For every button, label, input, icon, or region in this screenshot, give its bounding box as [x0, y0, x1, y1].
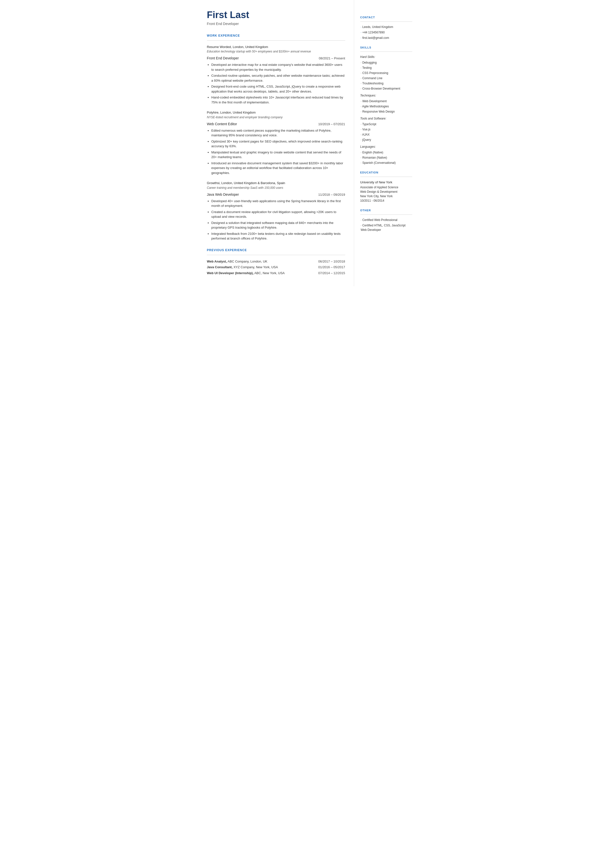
job-title-3: Java Web Developer [207, 192, 239, 197]
edu-dates-1: 10/2011 - 06/2014 [360, 199, 412, 203]
skill-english: English (Native) [360, 150, 412, 155]
bullet-2-1: Edited numerous web content pieces suppo… [211, 128, 345, 138]
job-dates-3: 11/2018 – 09/2019 [318, 192, 345, 197]
skill-vuejs: Vue.js [360, 127, 412, 132]
education-block-1: University of New York Associate of Appl… [360, 180, 412, 203]
skill-agile: Agile Methodologies [360, 104, 412, 109]
skill-typescript: TypeScript [360, 122, 412, 126]
prev-job-dates-3: 07/2014 – 12/2015 [318, 271, 345, 276]
bullet-1-3: Designed front-end code using HTML, CSS,… [211, 84, 345, 94]
skill-cross-browser: Cross-Browser Development [360, 86, 412, 91]
bullet-2-4: Introduced an innovative document manage… [211, 161, 345, 175]
edu-degree-1: Associate of Applied Science [360, 185, 412, 189]
employer-bold-3: Growthsi, [207, 181, 220, 185]
skill-troubleshooting: Troubleshooting [360, 81, 412, 85]
job-title-2: Web Content Editor [207, 121, 237, 127]
bullet-2-2: Optimized 30+ key content pages for SEO … [211, 139, 345, 149]
employer-tagline-2: NYSE-listed recruitment and employer bra… [207, 115, 345, 120]
left-column: First Last Front End Developer WORK EXPE… [196, 0, 354, 286]
skill-responsive: Responsive Web Design [360, 109, 412, 114]
prev-job-left-3: Web UI Developer (Internship), ABC, New … [207, 271, 316, 276]
skill-css-preprocessing: CSS Preprocessing [360, 71, 412, 75]
contact-divider [360, 22, 412, 22]
employer-rest-2: London, United Kingdom [219, 110, 256, 114]
work-experience-heading: WORK EXPERIENCE [207, 33, 345, 38]
prev-job-row-1: Web Analyst, ABC Company, London, UK 06/… [207, 259, 345, 264]
skill-spanish: Spanish (Conversational) [360, 161, 412, 165]
prev-job-rest-1: ABC Company, London, UK [227, 259, 267, 263]
bullet-1-4: Hand-coded embedded stylesheets into 10+… [211, 95, 345, 105]
prev-job-bold-2: Java Consultant, [207, 265, 233, 269]
job-row-2: Web Content Editor 10/2019 – 07/2021 [207, 121, 345, 127]
skill-testing: Testing [360, 65, 412, 70]
skills-heading: SKILLS [360, 45, 412, 50]
prev-job-rest-3: ABC, New York, USA [254, 271, 285, 275]
job-bullets-2: Edited numerous web content pieces suppo… [207, 128, 345, 175]
prev-job-bold-3: Web UI Developer (Internship), [207, 271, 254, 275]
prev-job-dates-2: 01/2016 – 05/2017 [318, 265, 345, 270]
employer-name-3: Growthsi, London, United Kingdom & Barce… [207, 181, 345, 186]
job-block-2: Polyhire, London, United Kingdom NYSE-li… [207, 110, 345, 175]
prev-job-rest-2: XYZ Company, New York, USA [233, 265, 278, 269]
job-row-1: Front End Developer 08/2021 – Present [207, 56, 345, 61]
skill-command-line: Command Line [360, 76, 412, 81]
job-dates-1: 08/2021 – Present [319, 56, 345, 61]
hard-skills-label: Hard Skills: [360, 55, 412, 59]
right-column: CONTACT Leeds, United Kingdom +44 123456… [354, 0, 419, 286]
other-cert-1: Certified Web Professional [360, 218, 412, 222]
skill-jquery: jQuery [360, 138, 412, 142]
tools-label: Tools and Software: [360, 116, 412, 121]
job-dates-2: 10/2019 – 07/2021 [318, 122, 345, 127]
employer-tagline-1: Education technology startup with 50+ em… [207, 49, 345, 54]
other-cert-2: Certified HTML, CSS, JavaScript Web Deve… [360, 223, 412, 232]
edu-location-1: New York City, New York [360, 194, 412, 199]
job-row-3: Java Web Developer 11/2018 – 09/2019 [207, 192, 345, 197]
employer-bold-2: Polyhire, [207, 110, 220, 114]
contact-address: Leeds, United Kingdom [360, 25, 412, 29]
contact-phone: +44 1234567890 [360, 30, 412, 35]
other-divider [360, 214, 412, 215]
bullet-1-2: Conducted routine updates, security patc… [211, 73, 345, 83]
prev-job-row-3: Web UI Developer (Internship), ABC, New … [207, 271, 345, 276]
candidate-title: Front End Developer [207, 21, 345, 26]
job-block-3: Growthsi, London, United Kingdom & Barce… [207, 181, 345, 241]
skill-ajax: AJAX [360, 132, 412, 137]
prev-job-left-2: Java Consultant, XYZ Company, New York, … [207, 265, 316, 270]
bullet-2-3: Manipulated textual and graphic imagery … [211, 150, 345, 160]
contact-heading: CONTACT [360, 16, 412, 20]
bullet-1-1: Developed an interactive map for a real … [211, 62, 345, 72]
prev-job-row-2: Java Consultant, XYZ Company, New York, … [207, 265, 345, 270]
job-bullets-1: Developed an interactive map for a real … [207, 62, 345, 105]
employer-name-1: Resume Worded, London, United Kingdom [207, 45, 345, 50]
skill-romanian: Romanian (Native) [360, 155, 412, 160]
prev-job-left-1: Web Analyst, ABC Company, London, UK [207, 259, 316, 264]
skill-web-dev: Web Development [360, 99, 412, 103]
candidate-name: First Last [207, 10, 345, 20]
skill-debugging: Debugging [360, 61, 412, 65]
other-heading: OTHER [360, 208, 412, 213]
prev-job-bold-1: Web Analyst, [207, 259, 227, 263]
employer-bold-1: Resume Worded, [207, 45, 232, 49]
skills-divider [360, 51, 412, 52]
bullet-3-3: Designed a solution that integrated soft… [211, 220, 345, 230]
resume-page: First Last Front End Developer WORK EXPE… [196, 0, 419, 286]
prev-job-dates-1: 06/2017 – 10/2018 [318, 259, 345, 264]
edu-field-1: Web Design & Development [360, 189, 412, 194]
employer-name-2: Polyhire, London, United Kingdom [207, 110, 345, 115]
bullet-3-1: Developed 40+ user-friendly web applicat… [211, 199, 345, 208]
job-bullets-3: Developed 40+ user-friendly web applicat… [207, 199, 345, 241]
bullet-3-4: Integrated feedback from 2100+ beta test… [211, 231, 345, 241]
edu-school-1: University of New York [360, 180, 412, 185]
employer-tagline-3: Career training and membership SaaS with… [207, 186, 345, 190]
bullet-3-2: Created a document review application fo… [211, 210, 345, 219]
education-heading: EDUCATION [360, 171, 412, 175]
contact-email: first.last@gmail.com [360, 36, 412, 40]
employer-rest-1: London, United Kingdom [232, 45, 268, 49]
previous-experience-heading: PREVIOUS EXPERIENCE [207, 248, 345, 252]
job-title-1: Front End Developer [207, 56, 239, 61]
techniques-label: Techniques: [360, 93, 412, 98]
languages-label: Languages: [360, 144, 412, 149]
education-divider [360, 177, 412, 177]
job-block-1: Resume Worded, London, United Kingdom Ed… [207, 45, 345, 105]
employer-rest-3: London, United Kingdom & Barcelona, Spai… [220, 181, 285, 185]
